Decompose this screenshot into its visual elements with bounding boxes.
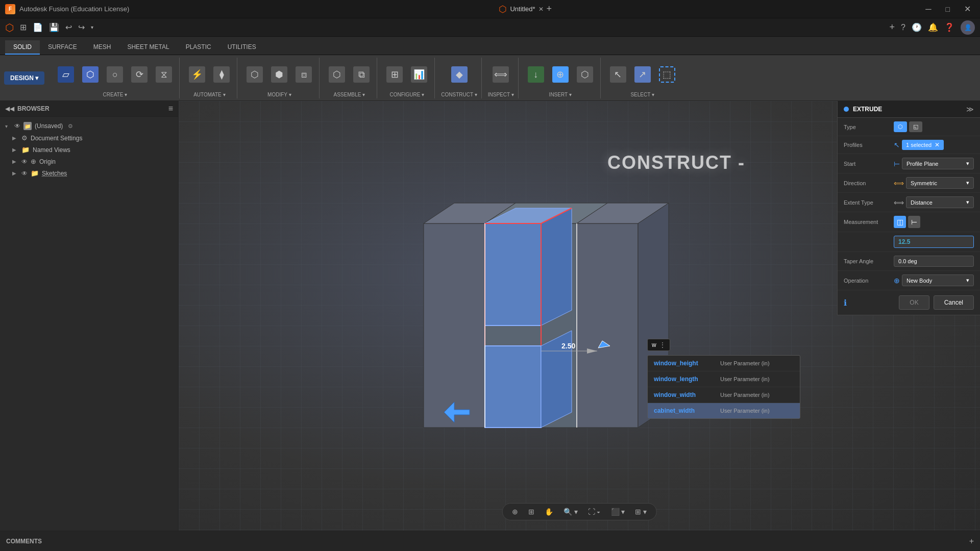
insert3-button[interactable]: ⬡	[574, 64, 596, 85]
viewport-origin-button[interactable]: ⊕	[509, 506, 521, 518]
autocomplete-item-cabinet-width[interactable]: cabinet_width User Parameter (in)	[648, 403, 800, 418]
tab-utilities[interactable]: UTILITIES	[219, 40, 264, 55]
history-button[interactable]: 🕐	[912, 22, 922, 32]
viewport-zoom-button[interactable]: 🔍 ▾	[560, 506, 581, 518]
collapse-button[interactable]: ◀◀	[5, 105, 14, 112]
assemble-group-title: ASSEMBLE ▾	[333, 91, 365, 97]
autocomplete-item-window-width[interactable]: window_width User Parameter (in)	[648, 387, 800, 403]
modify3-button[interactable]: ⧈	[292, 64, 315, 85]
eye-icon-origin[interactable]: 👁	[21, 158, 28, 165]
add-button[interactable]: +	[890, 22, 895, 33]
tree-item-sketches[interactable]: ▶ 👁 📁 Sketches	[0, 167, 178, 179]
create-sketch-button[interactable]: ▱	[55, 64, 77, 85]
configure1-button[interactable]: ⊞	[383, 64, 406, 85]
insert2-button[interactable]: ⊕	[549, 64, 572, 85]
profiles-clear-button[interactable]: ✕	[935, 141, 940, 148]
select2-button[interactable]: ↗	[631, 64, 654, 85]
eye-icon-sketches[interactable]: 👁	[21, 170, 28, 177]
tab-solid[interactable]: SOLID	[5, 40, 40, 55]
autocomplete-item-window-length[interactable]: window_length User Parameter (in)	[648, 371, 800, 387]
more-create-icon: ⧖	[156, 66, 172, 83]
assemble2-button[interactable]: ⧉	[350, 64, 373, 85]
ok-button[interactable]: OK	[899, 295, 929, 310]
insert-group: ↓ ⊕ ⬡ INSERT ▾	[521, 58, 601, 98]
revolve-button[interactable]: ○	[104, 64, 126, 85]
grid-menu-button[interactable]: ⊞	[20, 22, 27, 32]
cancel-button[interactable]: Cancel	[934, 295, 974, 310]
extrude-info-button[interactable]: ℹ	[844, 298, 847, 308]
extrude-expand-button[interactable]: ≫	[966, 105, 974, 113]
tree-item-unsaved[interactable]: ▾ 👁 📁 (Unsaved) ⚙	[0, 120, 178, 132]
profiles-label: Profiles	[844, 142, 890, 148]
viewport-pan-button[interactable]: ✋	[542, 506, 556, 518]
file-button[interactable]: 📄	[33, 22, 43, 32]
viewport-zoom-fit-button[interactable]: ⛶ ▾	[585, 506, 604, 518]
start-dropdown[interactable]: Profile Plane ▾	[902, 158, 974, 169]
measure-icon-active[interactable]: ◫	[894, 216, 906, 228]
start-chevron-icon: ▾	[966, 160, 969, 167]
help-icon-button[interactable]: ?	[901, 23, 905, 32]
eye-icon-unsaved[interactable]: 👁	[14, 122, 20, 130]
extrude-button[interactable]: ⬡	[79, 64, 102, 85]
extrude-value-input[interactable]: 12.5	[894, 236, 974, 248]
viewport-fit-button[interactable]: ⊞	[525, 506, 537, 518]
viewport-expression-input[interactable]: w ⋮	[647, 339, 670, 351]
tree-item-origin[interactable]: ▶ 👁 ⊕ Origin	[0, 156, 178, 167]
tree-item-named-views[interactable]: ▶ 📁 Named Views	[0, 144, 178, 156]
maximize-button[interactable]: □	[942, 3, 954, 15]
tab-plastic[interactable]: PLASTIC	[178, 40, 219, 55]
automate-button[interactable]: ⚡	[186, 64, 208, 85]
tab-sheet-metal[interactable]: SHEET METAL	[119, 40, 177, 55]
design-dropdown-button[interactable]: DESIGN ▾	[4, 71, 44, 85]
save-button[interactable]: 💾	[49, 22, 59, 32]
tree-item-doc-settings[interactable]: ▶ ⚙ Document Settings	[0, 132, 178, 144]
notifications-button[interactable]: 🔔	[928, 22, 938, 32]
sketches-label: Sketches	[42, 170, 67, 177]
viewport-grid-button[interactable]: ⊞ ▾	[632, 506, 650, 518]
insert1-button[interactable]: ↓	[525, 64, 547, 85]
user-avatar[interactable]: 👤	[961, 20, 975, 35]
tab-surface[interactable]: SURFACE	[40, 40, 85, 55]
construct1-button[interactable]: ◆	[448, 64, 471, 85]
viewport-display-button[interactable]: ⬛ ▾	[608, 506, 628, 518]
inspect1-button[interactable]: ⟺	[489, 64, 512, 85]
configure2-button[interactable]: 📊	[408, 64, 430, 85]
menu-dots[interactable]: ⋮	[659, 341, 666, 348]
select1-button[interactable]: ↖	[607, 64, 629, 85]
configure-group-title: CONFIGURE ▾	[389, 91, 424, 97]
tab-mesh[interactable]: MESH	[85, 40, 119, 55]
comments-bar: COMMENTS +	[0, 531, 980, 551]
operation-dropdown[interactable]: New Body ▾	[902, 274, 974, 286]
new-tab-button[interactable]: +	[547, 4, 552, 14]
modify1-button[interactable]: ⬡	[243, 64, 266, 85]
undo-button[interactable]: ↩	[65, 22, 72, 32]
add-comment-button[interactable]: +	[969, 537, 974, 546]
modify2-button[interactable]: ⬢	[268, 64, 290, 85]
direction-dropdown[interactable]: Symmetric ▾	[906, 177, 974, 189]
type-surface-button[interactable]: ◱	[909, 121, 922, 132]
viewport[interactable]: CONSTRUCT -	[179, 101, 980, 531]
assemble1-button[interactable]: ⬡	[326, 64, 348, 85]
redo-dropdown[interactable]: ▾	[91, 24, 93, 30]
taper-value: 0.0 deg	[898, 258, 917, 264]
minimize-button[interactable]: ─	[921, 3, 935, 16]
select3-button[interactable]: ⬚	[656, 64, 678, 85]
sweep-button[interactable]: ⟳	[128, 64, 151, 85]
close-window-button[interactable]: ✕	[960, 2, 975, 16]
automate2-button[interactable]: ⧫	[210, 64, 233, 85]
type-solid-button[interactable]: ⬡	[894, 121, 907, 132]
extrude-taper-row: Taper Angle 0.0 deg	[838, 252, 980, 271]
profiles-select-icon: ↖	[894, 141, 900, 149]
extent-type-dropdown[interactable]: Distance ▾	[906, 196, 974, 208]
help-button[interactable]: ❓	[944, 22, 954, 32]
more-create-button[interactable]: ⧖	[153, 64, 175, 85]
redo-button[interactable]: ↪	[78, 22, 85, 32]
measure-icon-alt[interactable]: ⊢	[908, 216, 920, 228]
settings-icon: ⚙	[21, 134, 28, 142]
close-tab-button[interactable]: ✕	[538, 6, 544, 13]
autocomplete-item-window-height[interactable]: window_height User Parameter (in)	[648, 356, 800, 371]
browser-menu-button[interactable]: ≡	[168, 104, 173, 113]
taper-input[interactable]: 0.0 deg	[894, 256, 974, 267]
direction-chevron-icon: ▾	[966, 180, 969, 186]
extrude-direction-row: Direction ⟺ Symmetric ▾	[838, 173, 980, 193]
